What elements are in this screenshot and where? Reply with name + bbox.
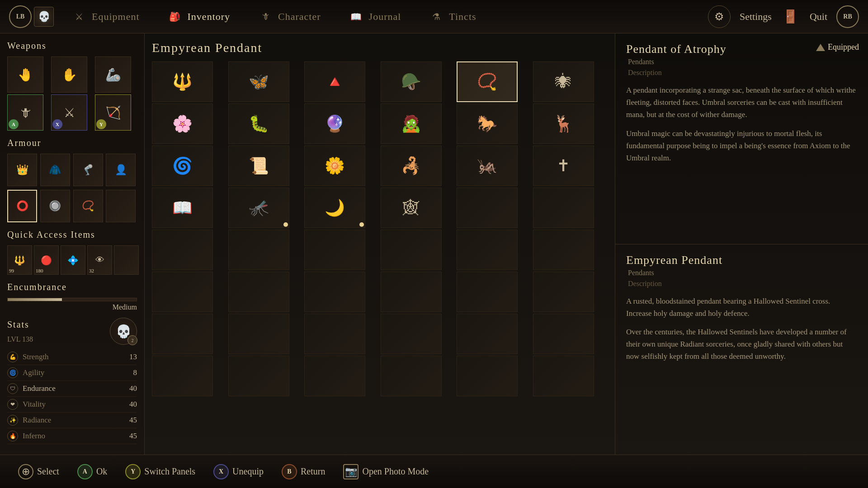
inv-slot-6-3[interactable] — [381, 314, 442, 354]
weapons-section-title: Weapons — [7, 41, 137, 51]
armour-amulet-icon: 📿 — [82, 200, 94, 212]
inv-slot-1-1[interactable]: 🐛 — [228, 103, 289, 144]
quick-slot-4[interactable]: 👁 32 — [87, 245, 112, 275]
journal-icon: 📖 — [348, 9, 364, 25]
inv-slot-4-2[interactable] — [304, 230, 365, 270]
nav-item-character[interactable]: 🗡 Character — [244, 5, 335, 28]
agility-value: 8 — [133, 368, 137, 377]
inv-slot-5-5[interactable] — [533, 272, 594, 312]
inv-slot-0-4[interactable]: 📿 — [457, 61, 518, 102]
inv-slot-5-1[interactable] — [228, 272, 289, 312]
nav-item-tincts[interactable]: ⚗ Tincts — [415, 5, 490, 28]
inv-slot-2-1[interactable]: 📜 — [228, 145, 289, 186]
inv-slot-5-3[interactable] — [381, 272, 442, 312]
inv-0-5-icon: 🕷 — [555, 72, 571, 91]
nav-item-journal[interactable]: 📖 Journal — [335, 5, 415, 28]
armour-slot-ring1[interactable]: ⭕ — [7, 190, 37, 222]
stat-row-strength: 💪 Strength 13 — [7, 349, 137, 365]
inv-slot-3-2[interactable]: 🌙 — [304, 188, 365, 228]
quick-slot-3[interactable]: 💠 — [61, 245, 85, 275]
armour-slot-extra[interactable] — [106, 190, 136, 222]
inv-1-1-icon: 🐛 — [249, 114, 269, 133]
inv-slot-5-2[interactable] — [304, 272, 365, 312]
encumbrance-level-label: Medium — [7, 303, 137, 311]
inv-slot-6-4[interactable] — [457, 314, 518, 354]
avatar-level-badge: 2 — [127, 335, 137, 345]
armour-slot-chest[interactable]: 🧥 — [40, 154, 70, 186]
inv-slot-6-1[interactable] — [228, 314, 289, 354]
nav-item-equipment[interactable]: ⚔ Equipment — [57, 5, 153, 28]
inv-slot-2-4[interactable]: 🦗 — [457, 145, 518, 186]
inv-slot-7-0[interactable] — [152, 356, 213, 396]
inv-slot-5-4[interactable] — [457, 272, 518, 312]
armour-slot-amulet[interactable]: 📿 — [73, 190, 103, 222]
inv-slot-7-3[interactable] — [381, 356, 442, 396]
lb-button[interactable]: LB — [9, 5, 32, 28]
action-select[interactable]: ⊕ Select — [18, 464, 59, 479]
inv-slot-7-5[interactable] — [533, 356, 594, 396]
armour-slot-head[interactable]: 👑 — [7, 154, 37, 186]
inv-slot-2-0[interactable]: 🌀 — [152, 145, 213, 186]
inv-slot-0-3[interactable]: 🪖 — [381, 61, 442, 102]
weapon-slot-2[interactable]: ✋ — [51, 56, 87, 93]
weapon-slot-6[interactable]: 🏹 Y — [95, 94, 131, 131]
inv-slot-1-2[interactable]: 🔮 — [304, 103, 365, 144]
weapon-slot-4[interactable]: 🗡 A — [7, 94, 43, 131]
inv-slot-1-5[interactable]: 🦌 — [533, 103, 594, 144]
top-navigation: LB 💀 ⚔ Equipment 🎒 Inventory 🗡 Character… — [0, 0, 868, 33]
rb-button[interactable]: RB — [836, 5, 859, 28]
inv-slot-4-0[interactable] — [152, 230, 213, 270]
inv-slot-7-1[interactable] — [228, 356, 289, 396]
inv-slot-0-1[interactable]: 🦋 — [228, 61, 289, 102]
inv-slot-1-3[interactable]: 🧟 — [381, 103, 442, 144]
inv-slot-4-4[interactable] — [457, 230, 518, 270]
weapon-slot-1[interactable]: 🤚 — [7, 56, 43, 93]
inv-2-4-icon: 🦗 — [477, 156, 497, 175]
inv-slot-1-0[interactable]: 🌸 — [152, 103, 213, 144]
inv-slot-2-5[interactable]: ✝ — [533, 145, 594, 186]
switch-panels-button-icon: Y — [125, 464, 141, 479]
select-label: Select — [37, 466, 59, 477]
inv-slot-6-5[interactable] — [533, 314, 594, 354]
settings-label[interactable]: Settings — [740, 11, 772, 23]
action-unequip[interactable]: X Unequip — [213, 464, 264, 479]
inv-slot-3-0[interactable]: 📖 — [152, 188, 213, 228]
inv-slot-0-5[interactable]: 🕷 — [533, 61, 594, 102]
quick-slot-1[interactable]: 🔱 99 — [7, 245, 32, 275]
nav-item-inventory[interactable]: 🎒 Inventory — [153, 5, 244, 28]
action-ok[interactable]: A Ok — [77, 464, 107, 479]
armour-slot-arms[interactable]: 🦿 — [73, 154, 103, 186]
inv-slot-2-3[interactable]: 🦂 — [381, 145, 442, 186]
inv-slot-3-5[interactable] — [533, 188, 594, 228]
quick-slot-2[interactable]: 🔴 180 — [34, 245, 59, 275]
action-photo-mode[interactable]: 📷 Open Photo Mode — [343, 464, 429, 479]
inv-0-2-icon: 🔺 — [325, 72, 345, 91]
inv-slot-1-4[interactable]: 🐎 — [457, 103, 518, 144]
inv-slot-5-0[interactable] — [152, 272, 213, 312]
inv-slot-7-2[interactable] — [304, 356, 365, 396]
settings-gear-icon[interactable]: ⚙ — [708, 5, 731, 28]
action-return[interactable]: B Return — [282, 464, 325, 479]
action-switch-panels[interactable]: Y Switch Panels — [125, 464, 195, 479]
select-icon: ⊕ — [18, 464, 33, 479]
inv-slot-0-2[interactable]: 🔺 — [304, 61, 365, 102]
inv-slot-3-1[interactable]: 🦟 — [228, 188, 289, 228]
inv-slot-3-3[interactable]: 🕸 — [381, 188, 442, 228]
inv-slot-7-4[interactable] — [457, 356, 518, 396]
armour-slot-legs[interactable]: 👤 — [106, 154, 136, 186]
inv-slot-0-0[interactable]: 🔱 — [152, 61, 213, 102]
inv-slot-6-2[interactable] — [304, 314, 365, 354]
armour-slot-ring2[interactable]: 🔘 — [40, 190, 70, 222]
inv-slot-6-0[interactable] — [152, 314, 213, 354]
armour-chest-icon: 🧥 — [49, 164, 61, 176]
inferno-value: 45 — [129, 432, 137, 441]
inv-slot-4-3[interactable] — [381, 230, 442, 270]
inv-slot-4-1[interactable] — [228, 230, 289, 270]
quick-slot-5[interactable] — [114, 245, 139, 275]
inv-slot-4-5[interactable] — [533, 230, 594, 270]
inv-slot-2-2[interactable]: 🌼 — [304, 145, 365, 186]
weapon-slot-5[interactable]: ⚔ X — [51, 94, 87, 131]
weapon-slot-3[interactable]: 🦾 — [95, 56, 131, 93]
quit-label[interactable]: Quit — [810, 11, 827, 23]
inv-slot-3-4[interactable] — [457, 188, 518, 228]
